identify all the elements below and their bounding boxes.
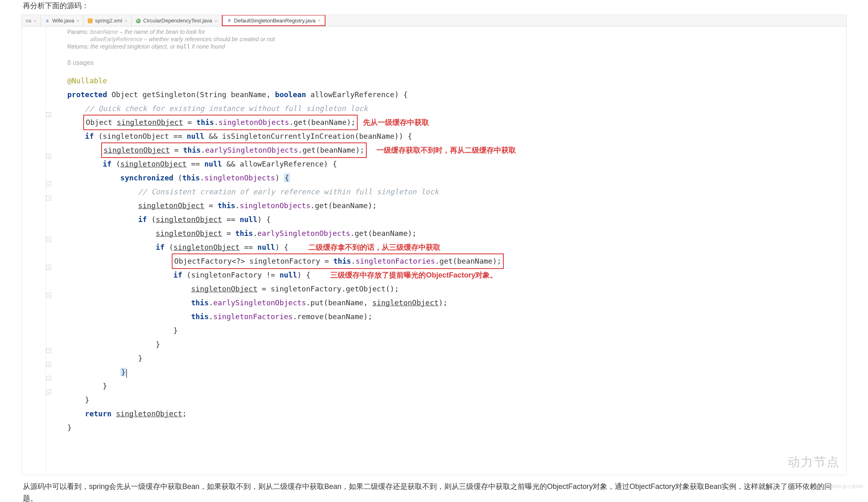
tab-label: va (26, 18, 31, 24)
tab-label: Wife.java (52, 18, 74, 24)
comment: // Quick check for existing instance wit… (85, 104, 368, 113)
code-line: if (singletonObject == null) { (46, 213, 846, 227)
code-line: } (46, 324, 846, 338)
code-line: Object singletonObject = this.singletonO… (46, 116, 846, 129)
code-line: } (46, 421, 846, 435)
code-line: if (singletonObject == null && isSinglet… (46, 129, 846, 143)
code-line: synchronized (this.singletonObjects) { (46, 171, 846, 185)
code-line: } (46, 351, 846, 365)
class-icon (45, 18, 50, 23)
doc-params-label: Params: (67, 29, 89, 35)
ide-window: va × Wife.java × spring2.xml × CircularD… (21, 15, 847, 475)
code-line: // Consistent creation of early referenc… (46, 185, 846, 199)
close-icon[interactable]: × (34, 18, 36, 23)
tab-label: DefaultSingletonBeanRegistry.java (234, 18, 316, 24)
doc-returns: if none found (190, 43, 225, 50)
xml-icon (88, 18, 93, 23)
watermark: 动力节点 (788, 454, 840, 471)
code-line: if (singletonFactory != null) { 三级缓存中存放了… (46, 268, 846, 282)
caret (126, 368, 127, 376)
editor: - - - - - - - - - - - Params: beanName –… (22, 27, 846, 475)
code-area[interactable]: Params: beanName – the name of the bean … (46, 27, 846, 475)
doc-param-desc: – the name of the bean to look for (118, 29, 205, 35)
tab-label: CircularDependencyTest.java (143, 18, 212, 24)
code-line: } (46, 393, 846, 407)
close-icon[interactable]: × (215, 18, 217, 23)
note-bottom: 从源码中可以看到，spring会先从一级缓存中获取Bean，如果获取不到，则从二… (0, 475, 868, 502)
code-line: } (46, 379, 846, 393)
matched-brace: { (284, 173, 290, 182)
code-line: singletonObject = this.earlySingletonObj… (46, 143, 846, 157)
usages-hint[interactable]: 8 usages (46, 50, 846, 74)
class-icon (227, 18, 232, 23)
code-line: singletonObject = singletonFactory.getOb… (46, 282, 846, 296)
matched-brace: } (120, 368, 126, 376)
code-line: ObjectFactory<?> singletonFactory = this… (46, 254, 846, 268)
code-line: protected Object getSingleton(String bea… (46, 88, 846, 102)
doc-param-name: beanName (90, 29, 118, 35)
highlight-box: Object singletonObject = this.singletonO… (83, 115, 358, 130)
code-line: return singletonObject; (46, 407, 846, 421)
doc-param-desc: – whether early references should be cre… (142, 36, 275, 42)
code-line: if (singletonObject == null && allowEarl… (46, 157, 846, 171)
annotation-text: 一级缓存获取不到时，再从二级缓存中获取 (376, 146, 516, 154)
keyword: protected (67, 90, 107, 99)
code-line-caret: } (46, 365, 846, 379)
tab-wife[interactable]: Wife.java × (41, 15, 84, 26)
note-top: 再分析下面的源码： (0, 0, 868, 15)
code-line: // Quick check for existing instance wit… (46, 102, 846, 116)
annotation-text: 二级缓存拿不到的话，从三级缓存中获取 (308, 243, 441, 251)
javadoc: Params: beanName – the name of the bean … (46, 28, 846, 50)
tab-label: spring2.xml (95, 18, 122, 24)
close-icon[interactable]: × (318, 18, 320, 23)
doc-returns: the registered singleton object, or (89, 43, 177, 50)
gutter: - - - - - - - - - - - (22, 27, 46, 475)
code-line: if (singletonObject == null) { 二级缓存拿不到的话… (46, 240, 846, 254)
tab-bar: va × Wife.java × spring2.xml × CircularD… (22, 15, 846, 27)
tab-circular-test[interactable]: CircularDependencyTest.java × (132, 15, 222, 26)
code-line: this.singletonFactories.remove(beanName)… (46, 310, 846, 324)
code-line: singletonObject = this.singletonObjects.… (46, 199, 846, 213)
doc-param-name: allowEarlyReference (90, 36, 142, 42)
close-icon[interactable]: × (125, 18, 127, 23)
annotation-text: 三级缓存中存放了提前曝光的ObjectFactory对象。 (330, 271, 497, 279)
keyword: boolean (275, 90, 306, 99)
highlight-box: singletonObject = this.earlySingletonObj… (101, 142, 367, 158)
code-line: } (46, 338, 846, 351)
class-icon (136, 18, 141, 23)
tab-spring-xml[interactable]: spring2.xml × (84, 15, 132, 26)
highlight-box: ObjectFactory<?> singletonFactory = this… (172, 253, 504, 269)
annotation-text: 先从一级缓存中获取 (363, 118, 429, 127)
close-icon[interactable]: × (77, 18, 79, 23)
tab-default-singleton-registry[interactable]: DefaultSingletonBeanRegistry.java × (222, 15, 326, 26)
code-line: singletonObject = this.earlySingletonObj… (46, 227, 846, 240)
code-line: this.earlySingletonObjects.put(beanName,… (46, 296, 846, 310)
comment: // Consistent creation of early referenc… (138, 187, 438, 196)
annotation: @Nullable (46, 74, 846, 88)
sdn-watermark: SDN @小金945 (831, 484, 863, 490)
doc-code: null (177, 43, 190, 50)
doc-returns-label: Returns: (67, 43, 89, 50)
tab-truncated[interactable]: va × (22, 15, 41, 26)
